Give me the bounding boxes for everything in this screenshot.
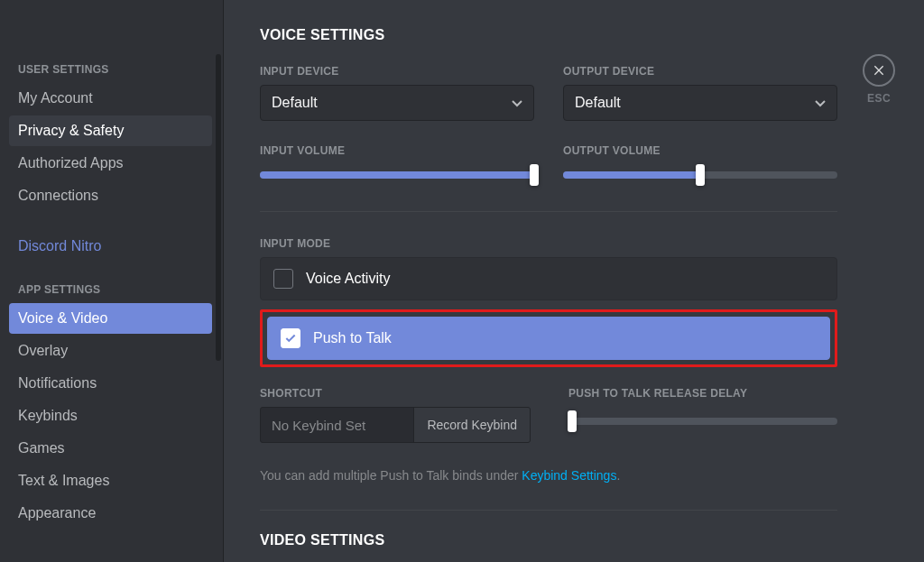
sidebar-item-notifications[interactable]: Notifications (9, 368, 212, 399)
ptt-release-delay-slider[interactable] (568, 418, 837, 425)
input-device-value: Default (272, 95, 318, 111)
input-volume-label: Input Volume (260, 144, 534, 157)
sidebar-item-authorized-apps[interactable]: Authorized Apps (9, 148, 212, 179)
input-mode-label: Input Mode (260, 237, 837, 250)
voice-activity-label: Voice Activity (306, 271, 390, 287)
annotation-highlight: Push to Talk (260, 309, 837, 367)
push-to-talk-label: Push to Talk (313, 330, 392, 346)
divider (260, 211, 837, 212)
sidebar-item-games[interactable]: Games (9, 433, 212, 464)
input-volume-slider[interactable] (260, 171, 534, 179)
keybind-settings-link[interactable]: Keybind Settings (522, 468, 616, 483)
shortcut-label: Shortcut (260, 387, 531, 400)
chevron-down-icon (815, 95, 826, 111)
sidebar-item-voice-video[interactable]: Voice & Video (9, 303, 212, 334)
settings-sidebar: User Settings My Account Privacy & Safet… (0, 0, 224, 562)
checkbox-unchecked-icon (273, 269, 293, 289)
input-mode-push-to-talk[interactable]: Push to Talk (267, 317, 830, 360)
keybind-input[interactable]: No Keybind Set Record Keybind (260, 407, 531, 443)
input-device-label: Input Device (260, 65, 534, 78)
output-device-select[interactable]: Default (563, 85, 837, 121)
page-title-video-settings: Video Settings (260, 532, 837, 548)
input-mode-voice-activity[interactable]: Voice Activity (260, 257, 837, 300)
input-device-select[interactable]: Default (260, 85, 534, 121)
output-device-label: Output Device (563, 65, 837, 78)
sidebar-item-appearance[interactable]: Appearance (9, 498, 212, 529)
divider (260, 510, 837, 511)
sidebar-header-app-settings: App Settings (9, 278, 212, 301)
page-title-voice-settings: Voice Settings (260, 27, 837, 43)
ptt-release-delay-label: Push To Talk Release Delay (568, 387, 837, 400)
sidebar-item-discord-nitro[interactable]: Discord Nitro (9, 231, 212, 262)
chevron-down-icon (512, 95, 522, 111)
sidebar-item-privacy-safety[interactable]: Privacy & Safety (9, 115, 212, 146)
output-volume-slider[interactable] (563, 171, 837, 179)
sidebar-header-user-settings: User Settings (9, 58, 212, 81)
hint-text: You can add multiple Push to Talk binds … (260, 468, 837, 483)
sidebar-item-keybinds[interactable]: Keybinds (9, 401, 212, 431)
record-keybind-button[interactable]: Record Keybind (413, 408, 530, 442)
output-device-value: Default (575, 95, 621, 111)
sidebar-item-text-images[interactable]: Text & Images (9, 465, 212, 496)
sidebar-item-my-account[interactable]: My Account (9, 83, 212, 114)
output-volume-label: Output Volume (563, 144, 837, 157)
close-icon (863, 54, 895, 87)
checkbox-checked-icon (281, 328, 300, 348)
sidebar-scrollbar[interactable] (216, 54, 221, 361)
settings-content: Voice Settings Input Device Default Outp… (224, 0, 924, 562)
close-button[interactable]: ESC (863, 54, 895, 105)
sidebar-item-overlay[interactable]: Overlay (9, 336, 212, 366)
sidebar-item-connections[interactable]: Connections (9, 180, 212, 211)
close-label: ESC (867, 92, 891, 105)
keybind-value: No Keybind Set (261, 408, 413, 442)
